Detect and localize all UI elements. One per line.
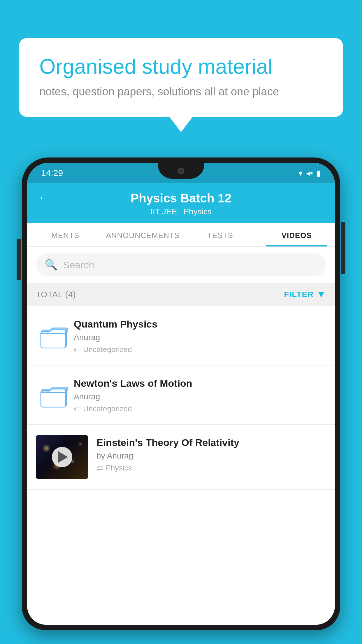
tab-tests[interactable]: TESTS <box>182 223 258 246</box>
video-title: Einstein's Theory Of Relativity <box>96 437 326 448</box>
video-title: Newton's Laws of Motion <box>74 378 326 389</box>
tag-icon: 🏷 <box>74 346 81 354</box>
camera <box>178 168 184 174</box>
tab-videos[interactable]: VIDEOS <box>259 223 335 246</box>
video-list: Quantum Physics Anurag 🏷 Uncategorized <box>27 306 335 490</box>
subtitle-physics: Physics <box>183 207 211 216</box>
video-author: by Anurag <box>96 451 326 461</box>
search-box[interactable]: 🔍 Search <box>36 253 326 276</box>
folder-icon <box>40 323 69 349</box>
video-info: Newton's Laws of Motion Anurag 🏷 Uncateg… <box>74 376 326 413</box>
video-info: Einstein's Theory Of Relativity by Anura… <box>96 435 326 473</box>
bubble-title: Organised study material <box>39 54 323 79</box>
folder-icon-container <box>36 317 74 355</box>
speech-bubble: Organised study material notes, question… <box>19 38 343 117</box>
folder-icon <box>40 382 69 408</box>
video-thumbnail <box>36 435 88 479</box>
phone-outer: 14:29 ▾ ◂▪ ▮ ← Physics Batch 12 IIT JEE … <box>22 158 340 630</box>
total-count: TOTAL (4) <box>36 290 76 299</box>
list-item[interactable]: Newton's Laws of Motion Anurag 🏷 Uncateg… <box>27 365 335 425</box>
search-container: 🔍 Search <box>27 247 335 283</box>
list-item[interactable]: Quantum Physics Anurag 🏷 Uncategorized <box>27 306 335 365</box>
video-tag: 🏷 Uncategorized <box>74 345 326 354</box>
back-button[interactable]: ← <box>38 191 49 204</box>
search-placeholder: Search <box>63 259 94 271</box>
phone-frame: 14:29 ▾ ◂▪ ▮ ← Physics Batch 12 IIT JEE … <box>22 158 340 644</box>
battery-icon: ▮ <box>317 168 321 178</box>
tab-bar: MENTS ANNOUNCEMENTS TESTS VIDEOS <box>27 223 335 247</box>
svg-rect-3 <box>41 391 66 407</box>
video-info: Quantum Physics Anurag 🏷 Uncategorized <box>74 317 326 354</box>
video-author: Anurag <box>74 333 326 342</box>
status-time: 14:29 <box>41 168 63 178</box>
filter-label: FILTER <box>284 290 314 299</box>
filter-icon: ▼ <box>317 289 326 300</box>
list-item[interactable]: Einstein's Theory Of Relativity by Anura… <box>27 425 335 490</box>
video-author: Anurag <box>74 392 326 401</box>
tab-announcements[interactable]: ANNOUNCEMENTS <box>103 223 182 246</box>
play-button[interactable] <box>52 447 72 467</box>
filter-button[interactable]: FILTER ▼ <box>284 289 326 300</box>
video-title: Quantum Physics <box>74 318 326 330</box>
tag-icon: 🏷 <box>96 464 103 472</box>
tag-icon: 🏷 <box>74 405 81 413</box>
phone-screen: 14:29 ▾ ◂▪ ▮ ← Physics Batch 12 IIT JEE … <box>27 163 335 625</box>
play-icon <box>58 451 68 463</box>
subtitle-iitjee: IIT JEE <box>150 207 177 216</box>
app-header: ← Physics Batch 12 IIT JEE Physics <box>27 183 335 223</box>
signal-icon: ◂▪ <box>306 168 313 178</box>
filter-bar: TOTAL (4) FILTER ▼ <box>27 283 335 306</box>
status-bar: 14:29 ▾ ◂▪ ▮ <box>27 163 335 183</box>
search-icon: 🔍 <box>45 259 58 271</box>
app-title: Physics Batch 12 <box>131 191 231 205</box>
video-tag: 🏷 Uncategorized <box>74 404 326 413</box>
wifi-icon: ▾ <box>298 168 303 178</box>
video-tag: 🏷 Physics <box>96 463 326 473</box>
tab-ments[interactable]: MENTS <box>27 223 103 246</box>
notch <box>158 163 204 179</box>
svg-rect-1 <box>41 332 66 348</box>
status-icons: ▾ ◂▪ ▮ <box>298 168 321 178</box>
bubble-subtitle: notes, question papers, solutions all at… <box>39 85 323 98</box>
speech-bubble-container: Organised study material notes, question… <box>19 38 343 117</box>
app-subtitle: IIT JEE Physics <box>150 207 212 216</box>
folder-icon-container <box>36 376 74 414</box>
